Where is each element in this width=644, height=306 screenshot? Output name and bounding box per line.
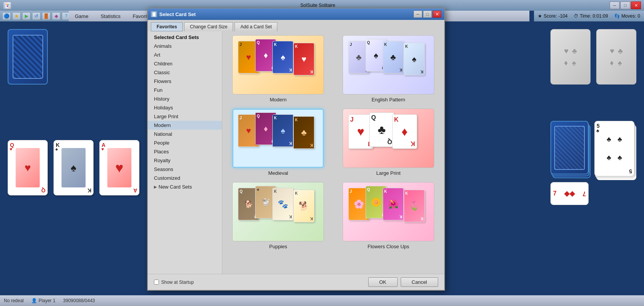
time-display: ⏱ Time: 0:01:09	[574, 13, 608, 19]
menu-statistics[interactable]: Statistics	[98, 13, 123, 20]
category-national[interactable]: National	[148, 130, 222, 138]
card-set-flowers-label: Flowers Close Ups	[367, 244, 409, 249]
category-customized[interactable]: Customized	[148, 174, 222, 182]
card-set-english-label: English Pattern	[372, 97, 405, 103]
dialog-close-button[interactable]: ✕	[433, 11, 441, 18]
dialog-title-icon: 🂠	[151, 11, 157, 17]
card-stacks-bottom-right: 7 ◆◆ 7 5 ♣ ♣ ♣ ♣ ♣ 5	[550, 121, 636, 205]
card-stacks-top-right: ♥ ♣ ♦ ♠ ♥ ♣ ♦ ♠	[550, 29, 636, 85]
card-set-medieval[interactable]: J ♥ J Q ♦ Q	[226, 109, 330, 176]
player-icon: 👤	[31, 298, 37, 303]
toolbar-icon-6[interactable]: ◆	[52, 12, 60, 20]
card-set-puppies-label: Puppies	[269, 244, 287, 249]
ok-button[interactable]: OK	[368, 277, 398, 287]
window-controls: ─ □ ✕	[610, 2, 641, 9]
player-status: 👤 Player 1	[31, 298, 55, 303]
card-stack-top-left	[8, 29, 48, 85]
card-set-english-pattern[interactable]: J ♣ J Q ♠ Q	[337, 35, 441, 103]
category-royalty[interactable]: Royalty	[148, 156, 222, 165]
dialog-minimize-button[interactable]: ─	[414, 11, 422, 18]
dialog-tabs: Favorites Change Card Size Add a Card Se…	[148, 20, 444, 31]
new-card-sets-arrow: ▶	[154, 185, 157, 189]
category-classic[interactable]: Classic	[148, 68, 222, 77]
moves-value: 0	[638, 13, 640, 19]
score-icon: ★	[538, 13, 542, 19]
category-art[interactable]: Art	[148, 50, 222, 59]
player-text: Player 1	[39, 298, 55, 303]
dialog-controls: ─ □ ✕	[414, 11, 441, 18]
time-icon: ⏱	[574, 13, 578, 19]
toolbar-icon-4[interactable]: ↺	[32, 12, 40, 20]
moves-icon: 👣	[614, 13, 620, 19]
dialog-footer: Show at Startup OK Cancel	[148, 274, 444, 290]
redeal-status: No redeal	[4, 298, 24, 303]
card-grid: J ♥ J Q ♦ Q	[226, 35, 440, 249]
dialog-titlebar: 🂠 Select Card Set ─ □ ✕	[148, 8, 444, 20]
toolbar-left: 🔵 ★ ▶ ↺ █ ◆ ?	[0, 11, 73, 21]
category-animals[interactable]: Animals	[148, 42, 222, 50]
close-button[interactable]: ✕	[631, 2, 641, 9]
card-set-modern-label: Modern	[270, 97, 286, 103]
moves-label: Moves:	[621, 13, 636, 19]
cancel-button[interactable]: Cancel	[401, 277, 438, 287]
window-title: SolSuite Solitaire	[26, 3, 610, 8]
minimize-button[interactable]: ─	[610, 2, 620, 9]
category-holidays[interactable]: Holidays	[148, 103, 222, 112]
category-children[interactable]: Children	[148, 59, 222, 68]
category-places[interactable]: Places	[148, 147, 222, 156]
dialog-maximize-button[interactable]: □	[423, 11, 432, 18]
toolbar-icon-5[interactable]: █	[42, 12, 50, 20]
select-card-set-dialog: 🂠 Select Card Set ─ □ ✕ Favorites Change…	[147, 8, 445, 291]
score-value: -104	[558, 13, 568, 19]
category-large-print[interactable]: Large Print	[148, 112, 222, 121]
maximize-button[interactable]: □	[620, 2, 630, 9]
score-bar: ★ Score: -104 ⏱ Time: 0:01:09 👣 Moves: 0	[534, 11, 644, 21]
category-selected-card-sets[interactable]: Selected Card Sets	[148, 33, 222, 42]
score-label: Score:	[544, 13, 557, 19]
card-set-large-print-label: Large Print	[376, 170, 401, 176]
redeal-text: No redeal	[4, 298, 24, 303]
card-stacks-bottom-left: Q ♥ Q ♥ K ♠ K ♠ A ♥ A ♥	[8, 140, 139, 216]
category-modern[interactable]: Modern	[148, 121, 222, 130]
id-status: 39090088/0443	[63, 298, 95, 303]
toolbar-icon-2[interactable]: ★	[12, 12, 21, 20]
time-label: Time:	[580, 13, 591, 19]
toolbar-icon-3[interactable]: ▶	[22, 12, 31, 20]
category-flowers[interactable]: Flowers	[148, 77, 222, 86]
id-text: 39090088/0443	[63, 298, 95, 303]
toolbar-icon-1[interactable]: 🔵	[2, 12, 11, 20]
category-seasons[interactable]: Seasons	[148, 165, 222, 174]
category-fun[interactable]: Fun	[148, 86, 222, 94]
card-set-large-print[interactable]: J ♥ J Q ♣ Q	[337, 109, 441, 176]
footer-buttons: OK Cancel	[368, 277, 438, 287]
menu-game[interactable]: Game	[73, 13, 91, 20]
dialog-title: 🂠 Select Card Set	[151, 11, 196, 17]
category-history[interactable]: History	[148, 94, 222, 103]
score-display: ★ Score: -104	[538, 13, 568, 19]
dialog-body: Selected Card Sets Animals Art Children …	[148, 31, 444, 274]
card-set-puppies[interactable]: Q 🐕 Q ♣ 🐩 ♣	[226, 182, 330, 249]
category-people[interactable]: People	[148, 138, 222, 147]
status-bar: No redeal 👤 Player 1 39090088/0443	[0, 295, 644, 306]
category-new-card-sets[interactable]: ▶ New Card Sets	[148, 182, 222, 191]
tab-change-card-size[interactable]: Change Card Size	[184, 22, 233, 31]
tab-add-card-set[interactable]: Add a Card Set	[235, 22, 277, 31]
category-list: Selected Card Sets Animals Art Children …	[148, 31, 222, 274]
show-startup-checkbox[interactable]	[154, 280, 159, 285]
time-value: 0:01:09	[593, 13, 608, 19]
card-set-modern[interactable]: J ♥ J Q ♦ Q	[226, 35, 330, 103]
tab-favorites[interactable]: Favorites	[151, 22, 183, 31]
window-icon-1[interactable]: 🃏	[3, 2, 11, 9]
card-set-medieval-label: Medieval	[268, 170, 288, 176]
moves-display: 👣 Moves: 0	[614, 13, 640, 19]
card-set-flowers-close-ups[interactable]: J 🌸 J Q 🌼 Q	[337, 182, 441, 249]
card-grid-area[interactable]: J ♥ J Q ♦ Q	[222, 31, 444, 274]
show-startup-label: Show at Startup	[161, 280, 194, 285]
show-startup-container: Show at Startup	[154, 280, 194, 285]
